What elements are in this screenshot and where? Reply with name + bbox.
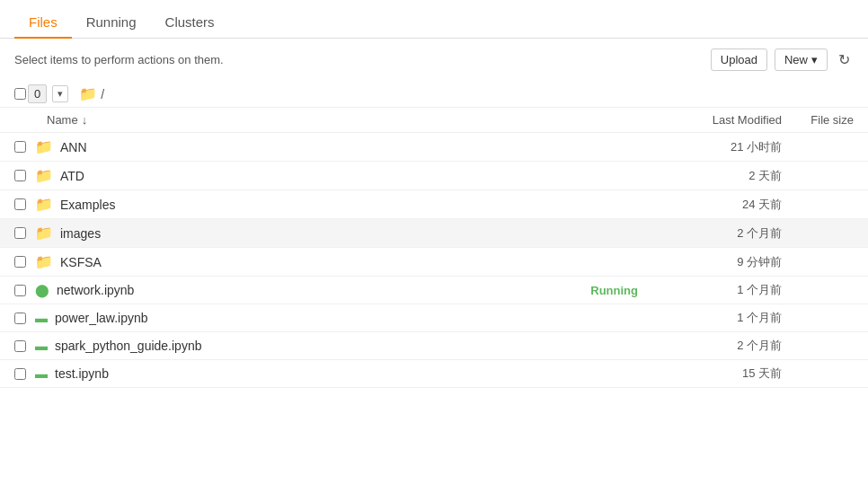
tab-files[interactable]: Files: [14, 7, 72, 39]
file-checkbox[interactable]: [14, 198, 26, 210]
select-hint: Select items to perform actions on them.: [14, 53, 224, 66]
file-name[interactable]: images: [60, 226, 575, 241]
notebook-icon: ▬: [35, 339, 48, 353]
folder-icon: 📁: [35, 138, 53, 155]
file-link[interactable]: spark_python_guide.ipynb: [55, 339, 201, 353]
list-item[interactable]: 📁 ANN 21 小时前: [0, 133, 868, 162]
breadcrumb: 📁 /: [79, 85, 104, 102]
list-controls: 0 ▾ 📁 /: [0, 81, 868, 108]
file-checkbox[interactable]: [14, 285, 26, 296]
file-modified: 1 个月前: [638, 282, 782, 298]
file-modified: 2 个月前: [638, 338, 782, 354]
select-all-checkbox[interactable]: [14, 88, 26, 100]
file-checkbox[interactable]: [14, 340, 26, 352]
col-name-sort-icon: ↓: [82, 113, 88, 127]
file-modified: 2 个月前: [638, 225, 782, 242]
file-link[interactable]: ANN: [60, 140, 87, 154]
file-modified: 2 天前: [638, 168, 782, 184]
file-name[interactable]: power_law.ipynb: [55, 311, 575, 325]
file-name[interactable]: Examples: [60, 198, 575, 212]
file-list: 📁 ANN 21 小时前 📁 ATD 2 天前 📁 Examples 24 天前…: [0, 133, 868, 388]
file-modified: 9 分钟前: [638, 254, 782, 270]
file-name[interactable]: network.ipynb: [57, 283, 575, 297]
upload-button[interactable]: Upload: [711, 48, 767, 71]
file-link[interactable]: KSFSA: [60, 255, 102, 269]
file-name[interactable]: spark_python_guide.ipynb: [55, 339, 575, 353]
notebook-icon: ▬: [35, 311, 48, 325]
tab-clusters[interactable]: Clusters: [151, 7, 229, 39]
selected-count: 0: [28, 84, 47, 103]
file-checkbox[interactable]: [14, 368, 26, 380]
file-checkbox[interactable]: [14, 256, 26, 268]
list-item[interactable]: ▬ spark_python_guide.ipynb 2 个月前: [0, 332, 868, 360]
file-name[interactable]: KSFSA: [60, 255, 575, 269]
list-item[interactable]: 📁 images 2 个月前: [0, 219, 868, 248]
file-link[interactable]: images: [60, 226, 101, 241]
file-checkbox[interactable]: [14, 227, 26, 239]
select-dropdown-button[interactable]: ▾: [52, 85, 68, 102]
file-checkbox[interactable]: [14, 141, 26, 153]
file-name[interactable]: ANN: [60, 140, 575, 154]
toolbar: Select items to perform actions on them.…: [0, 39, 868, 81]
new-dropdown-arrow: ▾: [811, 53, 818, 66]
col-size-label: File size: [782, 113, 854, 127]
file-name[interactable]: ATD: [60, 169, 575, 183]
file-running-status: Running: [575, 284, 638, 297]
folder-icon: 📁: [35, 196, 53, 213]
folder-icon: 📁: [35, 167, 53, 184]
file-link[interactable]: network.ipynb: [57, 283, 134, 297]
new-button-label: New: [784, 53, 808, 66]
list-item[interactable]: 📁 ATD 2 天前: [0, 162, 868, 190]
file-modified: 24 天前: [638, 197, 782, 213]
file-link[interactable]: ATD: [60, 169, 84, 183]
file-modified: 21 小时前: [638, 139, 782, 155]
folder-breadcrumb-icon: 📁: [79, 85, 97, 102]
file-modified: 15 天前: [638, 365, 782, 382]
file-modified: 1 个月前: [638, 310, 782, 326]
file-checkbox[interactable]: [14, 313, 26, 324]
notebook-icon: ▬: [35, 366, 48, 381]
file-checkbox[interactable]: [14, 170, 26, 181]
list-item[interactable]: 📁 KSFSA 9 分钟前: [0, 248, 868, 277]
select-all-area: 0 ▾: [14, 84, 68, 103]
refresh-button[interactable]: ↻: [835, 48, 854, 72]
column-headers: Name ↓ Last Modified File size: [0, 108, 868, 133]
col-name-label[interactable]: Name: [47, 113, 78, 127]
file-link[interactable]: test.ipynb: [55, 366, 109, 381]
breadcrumb-path-text: /: [101, 87, 104, 101]
list-item[interactable]: ▬ power_law.ipynb 1 个月前: [0, 304, 868, 332]
tab-running[interactable]: Running: [72, 7, 151, 39]
file-link[interactable]: power_law.ipynb: [55, 311, 148, 325]
list-item[interactable]: ▬ test.ipynb 15 天前: [0, 360, 868, 388]
file-name[interactable]: test.ipynb: [55, 366, 575, 381]
folder-icon: 📁: [35, 253, 53, 270]
new-button[interactable]: New ▾: [775, 48, 828, 71]
list-item[interactable]: 📁 Examples 24 天前: [0, 190, 868, 219]
toolbar-actions: Upload New ▾ ↻: [711, 48, 854, 72]
running-notebook-icon: ⬤: [35, 283, 49, 297]
tabs-bar: Files Running Clusters: [0, 0, 868, 39]
list-item[interactable]: ⬤ network.ipynb Running 1 个月前: [0, 277, 868, 304]
file-link[interactable]: Examples: [60, 198, 115, 212]
folder-icon: 📁: [35, 225, 53, 242]
col-modified-label: Last Modified: [638, 113, 782, 127]
